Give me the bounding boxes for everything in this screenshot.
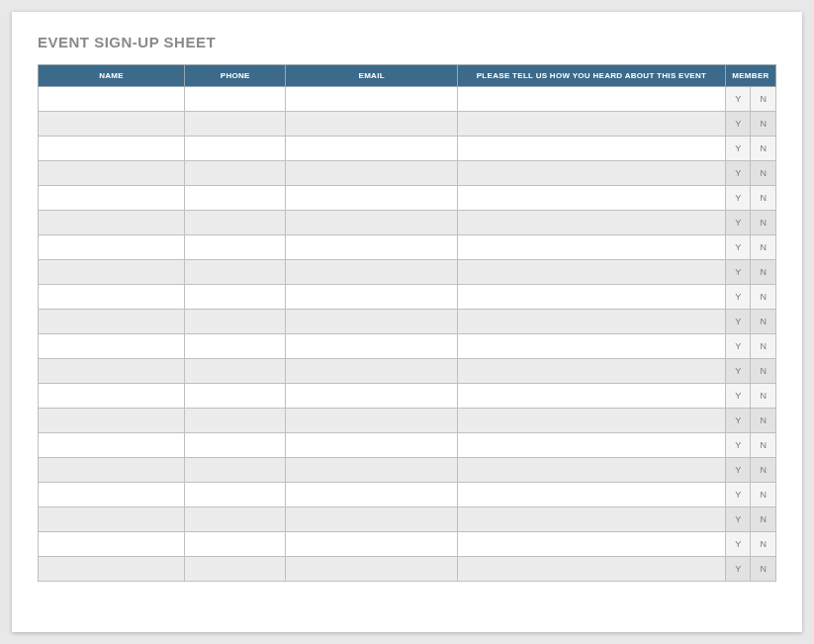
cell-member-no[interactable]: N — [751, 483, 776, 507]
cell-heard[interactable] — [458, 334, 726, 359]
cell-member-yes[interactable]: Y — [725, 310, 751, 334]
cell-name[interactable] — [39, 260, 185, 285]
cell-phone[interactable] — [185, 433, 286, 458]
cell-member-yes[interactable]: Y — [725, 112, 751, 137]
cell-phone[interactable] — [185, 384, 286, 409]
cell-member-yes[interactable]: Y — [725, 359, 751, 384]
cell-member-yes[interactable]: Y — [725, 87, 751, 112]
cell-member-yes[interactable]: Y — [725, 137, 751, 161]
cell-name[interactable] — [39, 557, 185, 582]
cell-phone[interactable] — [185, 409, 286, 433]
cell-member-no[interactable]: N — [751, 137, 776, 161]
cell-member-no[interactable]: N — [751, 285, 776, 310]
cell-name[interactable] — [39, 161, 185, 186]
cell-name[interactable] — [39, 409, 185, 433]
cell-heard[interactable] — [458, 483, 726, 507]
cell-name[interactable] — [39, 359, 185, 384]
cell-member-no[interactable]: N — [751, 211, 776, 235]
cell-heard[interactable] — [458, 260, 726, 285]
cell-email[interactable] — [286, 359, 458, 384]
cell-email[interactable] — [286, 211, 458, 235]
cell-member-no[interactable]: N — [751, 507, 776, 532]
cell-heard[interactable] — [458, 112, 726, 137]
cell-phone[interactable] — [185, 235, 286, 260]
cell-heard[interactable] — [458, 310, 726, 334]
cell-phone[interactable] — [185, 557, 286, 582]
cell-phone[interactable] — [185, 285, 286, 310]
cell-email[interactable] — [286, 112, 458, 137]
cell-email[interactable] — [286, 532, 458, 557]
cell-member-yes[interactable]: Y — [725, 384, 751, 409]
cell-heard[interactable] — [458, 359, 726, 384]
cell-phone[interactable] — [185, 87, 286, 112]
cell-member-no[interactable]: N — [751, 161, 776, 186]
cell-phone[interactable] — [185, 186, 286, 211]
cell-member-yes[interactable]: Y — [725, 161, 751, 186]
cell-email[interactable] — [286, 507, 458, 532]
cell-name[interactable] — [39, 235, 185, 260]
cell-name[interactable] — [39, 532, 185, 557]
cell-heard[interactable] — [458, 532, 726, 557]
cell-member-yes[interactable]: Y — [725, 285, 751, 310]
cell-name[interactable] — [39, 433, 185, 458]
cell-member-yes[interactable]: Y — [725, 483, 751, 507]
cell-email[interactable] — [286, 334, 458, 359]
cell-member-no[interactable]: N — [751, 458, 776, 483]
cell-heard[interactable] — [458, 285, 726, 310]
cell-member-no[interactable]: N — [751, 186, 776, 211]
cell-phone[interactable] — [185, 334, 286, 359]
cell-name[interactable] — [39, 384, 185, 409]
cell-heard[interactable] — [458, 87, 726, 112]
cell-phone[interactable] — [185, 483, 286, 507]
cell-name[interactable] — [39, 87, 185, 112]
cell-heard[interactable] — [458, 384, 726, 409]
cell-name[interactable] — [39, 310, 185, 334]
cell-phone[interactable] — [185, 137, 286, 161]
cell-phone[interactable] — [185, 112, 286, 137]
cell-email[interactable] — [286, 186, 458, 211]
cell-phone[interactable] — [185, 260, 286, 285]
cell-heard[interactable] — [458, 186, 726, 211]
cell-phone[interactable] — [185, 507, 286, 532]
cell-phone[interactable] — [185, 458, 286, 483]
cell-email[interactable] — [286, 433, 458, 458]
cell-member-yes[interactable]: Y — [725, 532, 751, 557]
cell-phone[interactable] — [185, 310, 286, 334]
cell-heard[interactable] — [458, 557, 726, 582]
cell-heard[interactable] — [458, 433, 726, 458]
cell-heard[interactable] — [458, 211, 726, 235]
cell-name[interactable] — [39, 507, 185, 532]
cell-email[interactable] — [286, 483, 458, 507]
cell-email[interactable] — [286, 161, 458, 186]
cell-member-no[interactable]: N — [751, 433, 776, 458]
cell-email[interactable] — [286, 458, 458, 483]
cell-member-no[interactable]: N — [751, 409, 776, 433]
cell-member-no[interactable]: N — [751, 384, 776, 409]
cell-name[interactable] — [39, 186, 185, 211]
cell-member-no[interactable]: N — [751, 260, 776, 285]
cell-phone[interactable] — [185, 211, 286, 235]
cell-name[interactable] — [39, 137, 185, 161]
cell-member-no[interactable]: N — [751, 334, 776, 359]
cell-member-yes[interactable]: Y — [725, 507, 751, 532]
cell-member-yes[interactable]: Y — [725, 409, 751, 433]
cell-email[interactable] — [286, 235, 458, 260]
cell-member-yes[interactable]: Y — [725, 260, 751, 285]
cell-member-no[interactable]: N — [751, 112, 776, 137]
cell-member-yes[interactable]: Y — [725, 235, 751, 260]
cell-email[interactable] — [286, 285, 458, 310]
cell-name[interactable] — [39, 458, 185, 483]
cell-name[interactable] — [39, 483, 185, 507]
cell-member-yes[interactable]: Y — [725, 557, 751, 582]
cell-heard[interactable] — [458, 161, 726, 186]
cell-member-yes[interactable]: Y — [725, 211, 751, 235]
cell-member-yes[interactable]: Y — [725, 186, 751, 211]
cell-email[interactable] — [286, 260, 458, 285]
cell-name[interactable] — [39, 211, 185, 235]
cell-member-yes[interactable]: Y — [725, 433, 751, 458]
cell-email[interactable] — [286, 557, 458, 582]
cell-phone[interactable] — [185, 161, 286, 186]
cell-heard[interactable] — [458, 507, 726, 532]
cell-member-no[interactable]: N — [751, 310, 776, 334]
cell-member-no[interactable]: N — [751, 235, 776, 260]
